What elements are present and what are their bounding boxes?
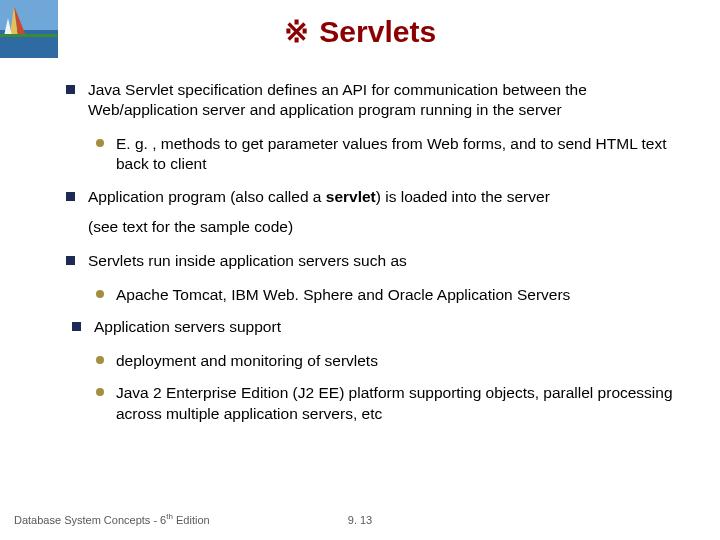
title-glyph-icon: ※ <box>284 14 309 49</box>
bullet-2-keyword: servlet <box>326 188 376 205</box>
bullet-3: Servlets run inside application servers … <box>60 251 680 271</box>
bullet-3-text: Servlets run inside application servers … <box>88 252 407 269</box>
footer-page-number: 9. 13 <box>0 514 720 526</box>
bullet-3-sub-1-text: Apache Tomcat, IBM Web. Sphere and Oracl… <box>116 286 570 303</box>
bullet-3-sub-1: Apache Tomcat, IBM Web. Sphere and Oracl… <box>60 285 680 305</box>
bullet-4: Application servers support <box>60 317 680 337</box>
bullet-2-text-post: ) is loaded into the server <box>376 188 550 205</box>
bullet-1-sub-1: E. g. , methods to get parameter values … <box>60 134 680 174</box>
bullet-4-sub-1-text: deployment and monitoring of servlets <box>116 352 378 369</box>
bullet-2-note: (see text for the sample code) <box>60 217 680 237</box>
slide: ※ Servlets Java Servlet specification de… <box>0 0 720 540</box>
bullet-2-text-pre: Application program (also called a <box>88 188 326 205</box>
slide-title: Servlets <box>319 15 436 49</box>
bullet-4-text: Application servers support <box>94 318 281 335</box>
slide-body: Java Servlet specification defines an AP… <box>60 80 680 436</box>
bullet-2: Application program (also called a servl… <box>60 187 680 207</box>
bullet-1-text: Java Servlet specification defines an AP… <box>88 81 587 118</box>
bullet-4-sub-2-text: Java 2 Enterprise Edition (J2 EE) platfo… <box>116 384 673 421</box>
bullet-1: Java Servlet specification defines an AP… <box>60 80 680 120</box>
bullet-1-sub-1-text: E. g. , methods to get parameter values … <box>116 135 667 172</box>
bullet-4-sub-2: Java 2 Enterprise Edition (J2 EE) platfo… <box>60 383 680 423</box>
slide-title-row: ※ Servlets <box>0 14 720 49</box>
bullet-4-sub-1: deployment and monitoring of servlets <box>60 351 680 371</box>
